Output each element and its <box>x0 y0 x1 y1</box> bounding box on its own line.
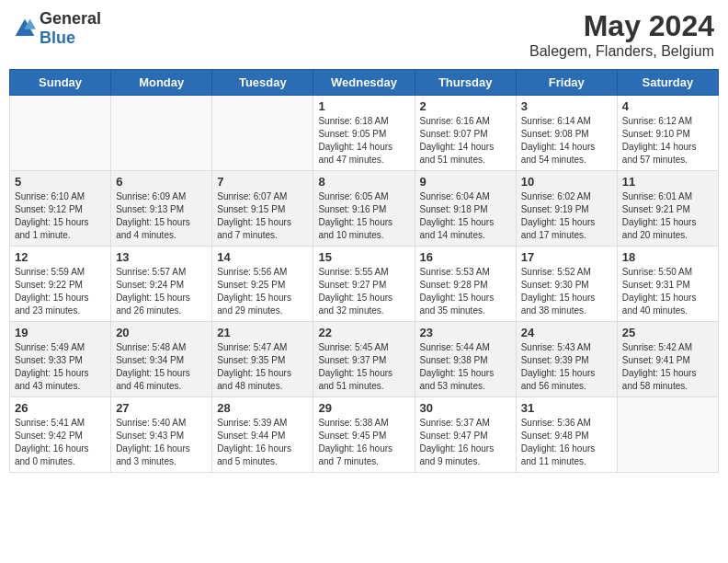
day-number: 6 <box>116 175 207 189</box>
calendar-cell: 26Sunrise: 5:41 AM Sunset: 9:42 PM Dayli… <box>10 397 111 473</box>
day-info: Sunrise: 5:49 AM Sunset: 9:33 PM Dayligh… <box>15 341 106 393</box>
calendar-cell: 18Sunrise: 5:50 AM Sunset: 9:31 PM Dayli… <box>617 247 718 322</box>
calendar-cell: 2Sunrise: 6:16 AM Sunset: 9:07 PM Daylig… <box>415 96 516 171</box>
page-header: General Blue May 2024 Balegem, Flanders,… <box>9 9 719 60</box>
calendar-cell: 31Sunrise: 5:36 AM Sunset: 9:48 PM Dayli… <box>516 397 617 473</box>
day-info: Sunrise: 5:40 AM Sunset: 9:43 PM Dayligh… <box>116 417 207 468</box>
day-info: Sunrise: 5:45 AM Sunset: 9:37 PM Dayligh… <box>318 341 409 393</box>
calendar-cell: 15Sunrise: 5:55 AM Sunset: 9:27 PM Dayli… <box>313 247 415 322</box>
calendar-cell: 21Sunrise: 5:47 AM Sunset: 9:35 PM Dayli… <box>212 322 313 397</box>
day-number: 7 <box>217 175 308 189</box>
logo-icon <box>14 17 36 40</box>
day-number: 15 <box>318 250 409 264</box>
day-info: Sunrise: 6:14 AM Sunset: 9:08 PM Dayligh… <box>521 115 612 167</box>
day-number: 16 <box>420 250 511 264</box>
weekday-header-row: SundayMondayTuesdayWednesdayThursdayFrid… <box>10 70 719 96</box>
day-info: Sunrise: 5:57 AM Sunset: 9:24 PM Dayligh… <box>116 266 207 317</box>
weekday-header: Friday <box>516 70 617 96</box>
day-info: Sunrise: 5:41 AM Sunset: 9:42 PM Dayligh… <box>15 417 106 468</box>
day-number: 26 <box>15 401 106 415</box>
day-number: 27 <box>116 401 207 415</box>
day-info: Sunrise: 6:16 AM Sunset: 9:07 PM Dayligh… <box>420 115 511 167</box>
calendar-cell: 10Sunrise: 6:02 AM Sunset: 9:19 PM Dayli… <box>516 171 617 247</box>
day-number: 13 <box>116 250 207 264</box>
day-info: Sunrise: 5:59 AM Sunset: 9:22 PM Dayligh… <box>15 266 106 317</box>
calendar-cell: 16Sunrise: 5:53 AM Sunset: 9:28 PM Dayli… <box>415 247 516 322</box>
logo-text: General Blue <box>40 9 101 48</box>
day-number: 8 <box>318 175 409 189</box>
calendar-cell: 24Sunrise: 5:43 AM Sunset: 9:39 PM Dayli… <box>516 322 617 397</box>
calendar-cell: 7Sunrise: 6:07 AM Sunset: 9:15 PM Daylig… <box>212 171 313 247</box>
calendar-cell: 28Sunrise: 5:39 AM Sunset: 9:44 PM Dayli… <box>212 397 313 473</box>
weekday-header: Saturday <box>617 70 718 96</box>
day-number: 25 <box>622 326 713 339</box>
calendar-cell <box>212 96 313 171</box>
calendar-cell: 8Sunrise: 6:05 AM Sunset: 9:16 PM Daylig… <box>313 171 415 247</box>
day-number: 14 <box>217 250 308 264</box>
calendar-week-row: 5Sunrise: 6:10 AM Sunset: 9:12 PM Daylig… <box>10 171 719 247</box>
day-info: Sunrise: 6:18 AM Sunset: 9:05 PM Dayligh… <box>318 115 409 167</box>
day-info: Sunrise: 5:36 AM Sunset: 9:48 PM Dayligh… <box>521 417 612 468</box>
weekday-header: Tuesday <box>212 70 313 96</box>
day-number: 23 <box>420 326 511 339</box>
calendar-cell: 29Sunrise: 5:38 AM Sunset: 9:45 PM Dayli… <box>313 397 415 473</box>
day-number: 3 <box>521 99 612 113</box>
calendar-cell: 20Sunrise: 5:48 AM Sunset: 9:34 PM Dayli… <box>111 322 212 397</box>
day-number: 4 <box>622 99 713 113</box>
calendar-cell: 6Sunrise: 6:09 AM Sunset: 9:13 PM Daylig… <box>111 171 212 247</box>
day-number: 28 <box>217 401 308 415</box>
calendar-week-row: 26Sunrise: 5:41 AM Sunset: 9:42 PM Dayli… <box>10 397 719 473</box>
day-info: Sunrise: 5:52 AM Sunset: 9:30 PM Dayligh… <box>521 266 612 317</box>
day-info: Sunrise: 5:38 AM Sunset: 9:45 PM Dayligh… <box>318 417 409 468</box>
weekday-header: Thursday <box>415 70 516 96</box>
day-number: 29 <box>318 401 409 415</box>
calendar-cell: 5Sunrise: 6:10 AM Sunset: 9:12 PM Daylig… <box>10 171 111 247</box>
day-info: Sunrise: 6:07 AM Sunset: 9:15 PM Dayligh… <box>217 190 308 242</box>
logo-general: General <box>40 9 101 28</box>
day-info: Sunrise: 5:37 AM Sunset: 9:47 PM Dayligh… <box>420 417 511 468</box>
calendar-cell: 1Sunrise: 6:18 AM Sunset: 9:05 PM Daylig… <box>313 96 415 171</box>
calendar-week-row: 19Sunrise: 5:49 AM Sunset: 9:33 PM Dayli… <box>10 322 719 397</box>
calendar-week-row: 1Sunrise: 6:18 AM Sunset: 9:05 PM Daylig… <box>10 96 719 171</box>
day-number: 1 <box>318 99 409 113</box>
weekday-header: Monday <box>111 70 212 96</box>
day-number: 17 <box>521 250 612 264</box>
day-info: Sunrise: 6:12 AM Sunset: 9:10 PM Dayligh… <box>622 115 713 167</box>
day-number: 2 <box>420 99 511 113</box>
day-number: 12 <box>15 250 106 264</box>
calendar-week-row: 12Sunrise: 5:59 AM Sunset: 9:22 PM Dayli… <box>10 247 719 322</box>
day-number: 30 <box>420 401 511 415</box>
weekday-header: Wednesday <box>313 70 415 96</box>
calendar-cell <box>10 96 111 171</box>
day-info: Sunrise: 5:55 AM Sunset: 9:27 PM Dayligh… <box>318 266 409 317</box>
month-title: May 2024 <box>529 9 714 43</box>
day-number: 21 <box>217 326 308 339</box>
day-number: 11 <box>622 175 713 189</box>
calendar-cell: 13Sunrise: 5:57 AM Sunset: 9:24 PM Dayli… <box>111 247 212 322</box>
calendar-cell: 25Sunrise: 5:42 AM Sunset: 9:41 PM Dayli… <box>617 322 718 397</box>
calendar-cell: 12Sunrise: 5:59 AM Sunset: 9:22 PM Dayli… <box>10 247 111 322</box>
day-number: 5 <box>15 175 106 189</box>
logo-blue: Blue <box>40 29 75 47</box>
day-number: 18 <box>622 250 713 264</box>
day-number: 31 <box>521 401 612 415</box>
day-info: Sunrise: 5:43 AM Sunset: 9:39 PM Dayligh… <box>521 341 612 393</box>
day-number: 9 <box>420 175 511 189</box>
day-info: Sunrise: 6:04 AM Sunset: 9:18 PM Dayligh… <box>420 190 511 242</box>
calendar-cell <box>111 96 212 171</box>
calendar-cell: 11Sunrise: 6:01 AM Sunset: 9:21 PM Dayli… <box>617 171 718 247</box>
day-number: 20 <box>116 326 207 339</box>
calendar-table: SundayMondayTuesdayWednesdayThursdayFrid… <box>9 69 719 473</box>
day-info: Sunrise: 6:05 AM Sunset: 9:16 PM Dayligh… <box>318 190 409 242</box>
calendar-cell: 23Sunrise: 5:44 AM Sunset: 9:38 PM Dayli… <box>415 322 516 397</box>
calendar-cell: 19Sunrise: 5:49 AM Sunset: 9:33 PM Dayli… <box>10 322 111 397</box>
location-title: Balegem, Flanders, Belgium <box>529 43 714 60</box>
calendar-cell: 9Sunrise: 6:04 AM Sunset: 9:18 PM Daylig… <box>415 171 516 247</box>
day-info: Sunrise: 5:39 AM Sunset: 9:44 PM Dayligh… <box>217 417 308 468</box>
day-number: 10 <box>521 175 612 189</box>
day-info: Sunrise: 5:44 AM Sunset: 9:38 PM Dayligh… <box>420 341 511 393</box>
day-info: Sunrise: 6:09 AM Sunset: 9:13 PM Dayligh… <box>116 190 207 242</box>
day-number: 22 <box>318 326 409 339</box>
day-info: Sunrise: 5:50 AM Sunset: 9:31 PM Dayligh… <box>622 266 713 317</box>
calendar-cell: 27Sunrise: 5:40 AM Sunset: 9:43 PM Dayli… <box>111 397 212 473</box>
